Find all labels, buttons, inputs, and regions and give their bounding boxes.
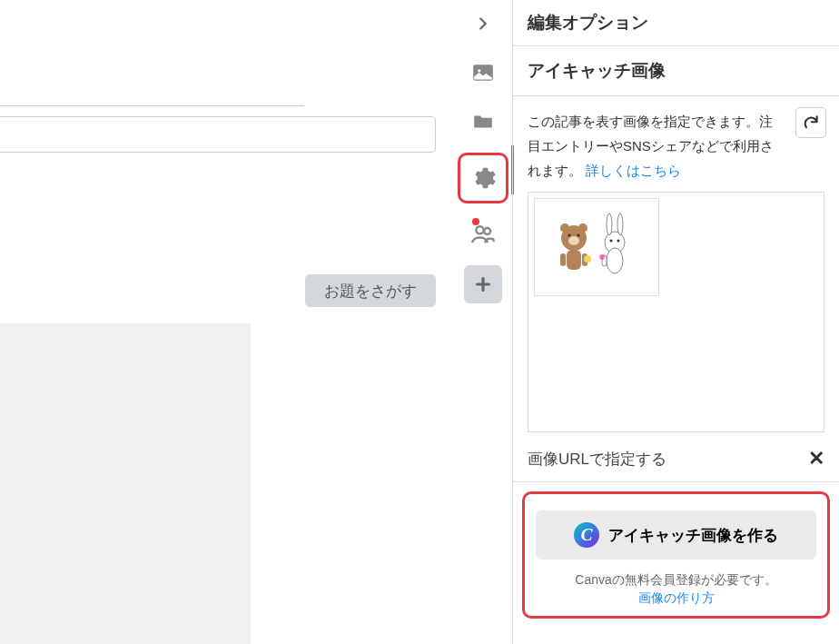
- svg-point-17: [617, 213, 623, 235]
- refresh-icon: [802, 114, 820, 132]
- svg-point-16: [607, 213, 612, 235]
- canva-note: Canvaの無料会員登録が必要です。: [536, 572, 816, 589]
- svg-point-9: [568, 234, 571, 237]
- image-icon: [471, 61, 495, 84]
- edit-options-panel: 編集オプション アイキャッチ画像 この記事を表す画像を指定できます。注目エントリ…: [512, 0, 839, 644]
- gear-icon: [469, 164, 497, 192]
- svg-point-20: [607, 248, 623, 273]
- plus-icon: [473, 274, 493, 294]
- eyecatch-details-link[interactable]: 詳しくはこちら: [586, 163, 681, 178]
- canva-section: C アイキャッチ画像を作る Canvaの無料会員登録が必要です。 画像の作り方: [522, 491, 830, 619]
- search-topic-button[interactable]: お題をさがす: [305, 274, 436, 307]
- editor-main-area: お題をさがす: [0, 0, 454, 644]
- image-tab-button[interactable]: [465, 54, 501, 91]
- svg-point-18: [610, 240, 613, 243]
- editor-content-placeholder[interactable]: [0, 323, 251, 644]
- svg-point-4: [484, 228, 490, 234]
- svg-point-10: [577, 234, 580, 237]
- panel-title: 編集オプション: [513, 0, 839, 46]
- svg-rect-11: [567, 250, 581, 270]
- canva-howto-link[interactable]: 画像の作り方: [638, 590, 715, 607]
- svg-point-2: [478, 69, 480, 72]
- notification-dot: [472, 218, 479, 225]
- close-icon[interactable]: ✕: [808, 447, 824, 471]
- svg-point-14: [584, 255, 591, 263]
- image-selection-area[interactable]: [528, 192, 824, 432]
- collapse-panel-button[interactable]: [465, 5, 501, 42]
- image-thumbnail[interactable]: [534, 198, 659, 296]
- eyecatch-description-area: この記事を表す画像を指定できます。注目エントリーやSNSシェアなどで利用されます…: [513, 96, 839, 192]
- svg-point-22: [599, 254, 605, 260]
- eyecatch-section-title: アイキャッチ画像: [513, 46, 839, 96]
- folder-icon: [471, 110, 495, 134]
- bear-rabbit-illustration: [542, 206, 651, 288]
- panel-icon-sidebar: [454, 0, 512, 644]
- folder-tab-button[interactable]: [465, 104, 501, 140]
- title-input[interactable]: [0, 116, 436, 153]
- settings-tab-button[interactable]: [458, 153, 508, 203]
- svg-point-6: [560, 223, 569, 233]
- svg-point-3: [476, 226, 483, 233]
- eyecatch-description: この記事を表す画像を指定できます。注目エントリーやSNSシェアなどで利用されます…: [528, 109, 782, 183]
- refresh-button[interactable]: [795, 107, 826, 138]
- image-url-label: 画像URLで指定する: [528, 449, 666, 470]
- canva-button-label: アイキャッチ画像を作る: [608, 525, 778, 546]
- divider: [0, 105, 304, 106]
- svg-point-8: [568, 236, 579, 245]
- people-icon: [470, 222, 496, 247]
- people-tab-button[interactable]: [465, 216, 501, 253]
- svg-rect-12: [560, 253, 566, 266]
- svg-point-19: [617, 240, 620, 243]
- chevron-right-icon: [473, 14, 493, 34]
- svg-point-7: [578, 223, 587, 233]
- image-url-section[interactable]: 画像URLで指定する ✕: [513, 436, 839, 482]
- add-button[interactable]: [464, 265, 502, 303]
- create-eyecatch-canva-button[interactable]: C アイキャッチ画像を作る: [536, 510, 816, 560]
- canva-logo-icon: C: [574, 522, 599, 548]
